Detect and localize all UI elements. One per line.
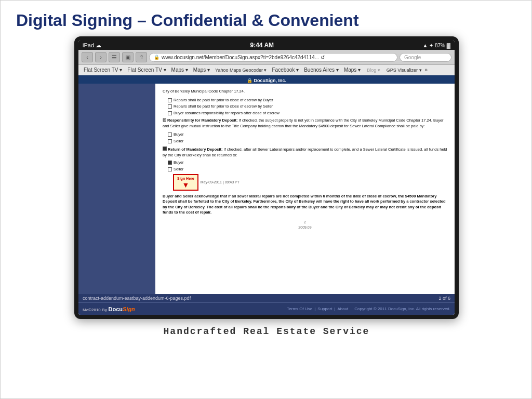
bm-flat-screen-tv-1[interactable]: Flat Screen TV [82,66,124,73]
url-text: www.docusign.net/Member/DocuSign.aspx?ti… [162,55,325,60]
bm-blog[interactable]: Blog [365,67,382,73]
md-buyer-label: Buyer [174,132,184,138]
reader-button[interactable]: ☰ [109,52,120,62]
doc-sidebar [78,84,155,294]
ipad-label: iPad ☁ [83,42,101,49]
bottom-tagline: Handcrafted Real Estate Service [164,326,370,337]
title-bold: Confidential & Convenient [151,11,359,30]
docusign-logo: Me©2010 By DocuSign [83,306,135,312]
filename: contract-addendum-eastbay-addendum-6-pag… [83,296,191,301]
browser-toolbar: ‹ › ☰ ▣ ⇧ 🔒 www.docusign.net/Member/Docu… [78,50,455,65]
status-right: ▲ ✦ 87% ▓ [422,43,450,48]
docusign-company-banner: 🔒 DocuSign, Inc. [78,75,455,84]
bm-maps-3[interactable]: Maps [342,66,363,73]
bm-yahoo-maps[interactable]: Yahoo Maps Geocoder [213,67,269,73]
ipad-frame: iPad ☁ 9:44 AM ▲ ✦ 87% ▓ ‹ › ☰ ▣ ⇧ 🔒 www… [74,36,459,319]
bm-flat-screen-tv-2[interactable]: Flat Screen TV [125,66,168,73]
mandatory-deposit-items: Buyer Seller [168,132,447,144]
support-link[interactable]: Support [317,307,332,311]
sign-here-area: Sign Here ▼ May-09-2011 | 09:43 PT [173,174,447,191]
sep-2: | [334,307,335,311]
docu-post: Sign [123,306,135,312]
footer-links: Terms Of Use | Support | About Copyright… [287,307,450,311]
docu-pre: Docu [108,306,123,312]
repair-item-3: Buyer assumes responsibility for repairs… [168,111,447,116]
return-items: Buyer Seller [168,160,447,172]
md-seller-checkbox[interactable] [168,139,172,143]
repair-checkbox-3[interactable] [168,111,172,115]
status-bar: iPad ☁ 9:44 AM ▲ ✦ 87% ▓ [78,41,455,50]
bm-maps-1[interactable]: Maps [169,66,190,73]
return-seller: Seller [168,167,447,172]
repair-checkbox-2[interactable] [168,104,172,109]
page-wrapper: Digital Signing – Confidential & Conveni… [1,1,532,399]
url-bar[interactable]: 🔒 www.docusign.net/Member/DocuSign.aspx?… [149,53,397,62]
sign-here-label: Sign Here [177,177,194,180]
return-checkbox[interactable] [163,147,167,151]
bm-buenos-aires[interactable]: Buenos Aires [302,66,341,73]
forward-button[interactable]: › [95,52,107,62]
bm-maps-2[interactable]: Maps [191,66,212,73]
return-buyer: Buyer [168,160,447,166]
doc-bottom-bar: contract-addendum-eastbay-addendum-6-pag… [78,294,455,302]
page-number: 2 2009.09 [163,220,447,230]
return-buyer-label: Buyer [174,160,184,166]
return-section: Return of Mandatory Deposit: If checked,… [163,146,447,191]
bm-gps[interactable]: GPS Visualizer [384,67,424,73]
lock-icon: 🔒 [154,55,159,60]
share-button[interactable]: ⇧ [136,52,147,62]
status-time: 9:44 AM [250,42,274,49]
repair-checkbox-1[interactable] [168,98,172,102]
search-placeholder: Google [404,55,421,60]
bm-facebook[interactable]: Facebook [270,66,301,73]
bookmarks-bar: Flat Screen TV Flat Screen TV Maps Maps … [78,65,455,75]
back-button[interactable]: ‹ [82,52,93,62]
title-plain: Digital Signing – [16,11,151,30]
bm-more[interactable]: » [425,67,428,73]
repairs-checkbox-group: Repairs shall be paid for prior to close… [168,98,447,116]
repair-label-3: Buyer assumes responsibility for repairs… [174,111,280,116]
docusign-footer: Me©2010 By DocuSign Terms Of Use | Suppo… [78,302,455,315]
search-bar[interactable]: Google [400,53,451,62]
repair-item-1: Repairs shall be paid for prior to close… [168,98,447,103]
md-seller: Seller [168,139,447,144]
ipad-screen: iPad ☁ 9:44 AM ▲ ✦ 87% ▓ ‹ › ☰ ▣ ⇧ 🔒 www… [78,41,455,315]
bookmarks-button[interactable]: ▣ [122,52,134,62]
status-left: iPad ☁ [83,42,101,49]
md-buyer: Buyer [168,132,447,138]
mandatory-deposit-title: ☒ Responsibility for Mandatory Deposit: [163,118,238,123]
page-info: 2 of 6 [438,296,450,301]
doc-content: City of Berkeley Municipal Code Chapter … [155,84,455,294]
md-buyer-checkbox[interactable] [168,132,172,137]
final-text: Buyer and Seller acknowledge that if all… [163,194,446,215]
return-buyer-checkbox[interactable] [168,161,172,165]
sign-here-arrow-icon: ▼ [177,181,194,189]
copyright-text: Copyright © 2011 DocuSign, Inc. All righ… [354,307,450,311]
return-seller-checkbox[interactable] [168,167,172,171]
intro-text: City of Berkeley Municipal Code Chapter … [163,89,447,95]
about-link[interactable]: About [337,307,348,311]
sep-1: | [314,307,315,311]
docusign-company-name: 🔒 DocuSign, Inc. [247,75,286,84]
sign-date: May-09-2011 | 09:43 PT [201,180,240,185]
mandatory-deposit-section: ☒ Responsibility for Mandatory Deposit: … [163,118,447,129]
battery-info: ▲ ✦ 87% ▓ [422,43,450,48]
repair-label-2: Repairs shall be paid for prior to close… [174,104,273,110]
return-seller-label: Seller [174,167,183,172]
return-title: Return of Mandatory Deposit: [168,147,222,152]
final-paragraph: Buyer and Seller acknowledge that if all… [163,194,447,216]
sign-here-box[interactable]: Sign Here ▼ [173,174,198,191]
document-area: City of Berkeley Municipal Code Chapter … [78,84,455,294]
page-title: Digital Signing – Confidential & Conveni… [11,11,522,30]
md-seller-label: Seller [174,139,183,144]
terms-link[interactable]: Terms Of Use [287,307,312,311]
repair-item-2: Repairs shall be paid for prior to close… [168,104,447,110]
repair-label-1: Repairs shall be paid for prior to close… [174,98,273,103]
